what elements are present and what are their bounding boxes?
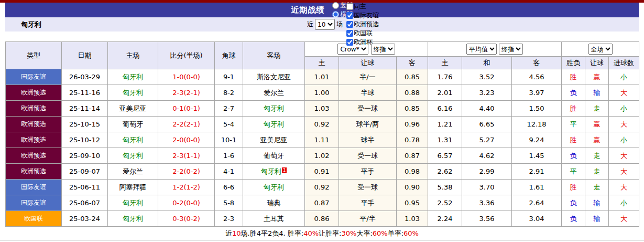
filter-option[interactable]: 同主: [346, 2, 379, 11]
col-header-corner: 角球: [215, 42, 243, 69]
filter-checkbox[interactable]: [346, 12, 353, 19]
away-team: 斯洛文尼亚: [243, 69, 305, 85]
filter-checkbox[interactable]: [346, 21, 353, 28]
away-team: 土耳其: [243, 211, 305, 227]
summary-segment: 10: [232, 229, 241, 237]
odds-handicap: 受一球: [339, 148, 397, 164]
filter-checkbox-label: 国际友谊: [354, 11, 379, 20]
odds-away: 0.98: [397, 164, 428, 180]
score: 2-3(1-1): [158, 148, 215, 164]
sub-header-handicap-result: 让球: [585, 57, 609, 69]
col-header-date: 日期: [62, 42, 108, 69]
avg-draw: 2.99: [462, 164, 512, 180]
summary-segment: 场,胜4平2负4, 胜率:: [241, 229, 304, 238]
odds-home: 0.86: [305, 211, 339, 227]
scope-select[interactable]: 全场: [588, 44, 613, 55]
sub-header-avg-home: 主: [428, 57, 462, 69]
odds-away: 1.03: [397, 211, 428, 227]
result-goals: 小: [609, 195, 639, 211]
result-handicap: 赢: [585, 132, 609, 148]
score: 1-0(0-0): [158, 69, 215, 85]
match-rows: 国际友谊26-03-29匈牙利1-0(0-0)9-1斯洛文尼亚1.01半/一0.…: [6, 69, 639, 227]
avg-home: 2.01: [428, 85, 462, 101]
odds-away: 0.78: [397, 132, 428, 148]
average-odds-group-header: 平均值 终指: [428, 42, 562, 57]
avg-draw: 3.36: [462, 195, 512, 211]
average-source-select[interactable]: 平均值: [466, 44, 497, 55]
filter-bar: 匈牙利 近 10 场 同主国际友谊欧洲预选欧国联欧洲杯: [5, 17, 639, 31]
match-row: 欧洲预选25-11-14亚美尼亚0-1(0-1)2-7匈牙利1.03受一球0.8…: [6, 101, 639, 117]
match-type-badge: 国际友谊: [6, 195, 62, 211]
result-handicap: 走: [585, 148, 609, 164]
score: 1-2(1-2): [158, 180, 215, 195]
match-date: 25-11-16: [62, 85, 108, 101]
odds-handicap: 半/一: [339, 69, 397, 85]
match-row: 欧洲预选25-11-16匈牙利2-3(2-1)8-2爱尔兰1.00半球0.882…: [6, 85, 639, 101]
result-handicap: 走: [585, 180, 609, 195]
avg-away: 4.56: [512, 69, 562, 85]
match-date: 25-06-11: [62, 180, 108, 195]
result-goals: 小: [609, 101, 639, 117]
corner-score: 4-1: [215, 164, 243, 180]
match-type-badge: 欧洲预选: [6, 85, 62, 101]
odds-away: 0.85: [397, 101, 428, 117]
filter-checkbox[interactable]: [346, 30, 353, 37]
filter-option[interactable]: 欧国联: [346, 29, 379, 38]
filter-checkbox-label: 欧国联: [354, 29, 373, 38]
filter-controls: 近 10 场 同主国际友谊欧洲预选欧国联欧洲杯: [265, 2, 379, 47]
home-team: 匈牙利: [108, 132, 158, 148]
result-outcome: 负: [562, 148, 585, 164]
odds-home: 1.00: [305, 85, 339, 101]
result-goals: 大: [609, 117, 639, 132]
summary-segment: 让胜率:: [319, 229, 341, 238]
score: 0-3(0-2): [158, 211, 215, 227]
away-team: 匈牙利: [243, 180, 305, 195]
score: 2-0(0-0): [158, 132, 215, 148]
result-outcome: 胜: [562, 132, 585, 148]
odds-handicap: 受一球: [339, 180, 397, 195]
odds-away: 0.90: [397, 180, 428, 195]
filter-checkbox[interactable]: [346, 3, 353, 10]
summary-line: 近10场,胜4平2负4, 胜率:40% 让胜率:30% 大率:60% 单率:60…: [0, 227, 644, 240]
away-team: 匈牙利1: [243, 164, 305, 180]
result-handicap: 赢: [585, 117, 609, 132]
summary-segment: 大率:: [356, 229, 372, 238]
avg-home: 1.31: [428, 132, 462, 148]
corner-score: 9-1: [215, 69, 243, 85]
summary-segment: 近: [225, 229, 232, 238]
average-stage-select[interactable]: 终指: [499, 44, 523, 55]
summary-segment: 60%: [373, 229, 388, 237]
match-count-select[interactable]: 10: [315, 19, 335, 30]
result-handicap: 赢: [585, 69, 609, 85]
avg-home: 2.62: [428, 164, 462, 180]
match-row: 国际友谊26-03-29匈牙利1-0(0-0)9-1斯洛文尼亚1.01半/一0.…: [6, 69, 639, 85]
match-date: 26-03-29: [62, 69, 108, 85]
match-type-badge: 欧洲预选: [6, 117, 62, 132]
bottom-divider: [0, 240, 644, 241]
filter-checkbox[interactable]: [346, 39, 353, 46]
filter-option[interactable]: 欧洲杯: [346, 38, 379, 47]
odds-handicap: 半球: [339, 85, 397, 101]
result-handicap: 输: [585, 211, 609, 227]
avg-home: 2.52: [428, 195, 462, 211]
result-handicap: 走: [585, 164, 609, 180]
odds-home: 0.92: [305, 117, 339, 132]
result-outcome: 平: [562, 117, 585, 132]
odds-away: 0.88: [397, 85, 428, 101]
summary-segment: 30%: [341, 229, 356, 237]
filter-option[interactable]: 国际友谊: [346, 11, 379, 20]
home-team: 爱尔兰: [108, 164, 158, 180]
corner-score: 6-6: [215, 180, 243, 195]
summary-segment: 40%: [303, 229, 319, 237]
avg-draw: 4.62: [462, 148, 512, 164]
match-row: 欧国联25-03-24匈牙利0-3(0-2)2-3土耳其0.86平/半1.032…: [6, 211, 639, 227]
filter-option[interactable]: 欧洲预选: [346, 20, 379, 29]
odds-away: 0.96: [397, 117, 428, 132]
avg-home: 1.76: [428, 69, 462, 85]
match-type-badge: 欧洲预选: [6, 132, 62, 148]
recent-results-table: 类型 日期 主场 比分(半场) 角球 客场 Crow* 终指 平均值 终指 全场…: [5, 41, 639, 227]
away-team: 瑞典: [243, 195, 305, 211]
summary-segment: 单率:: [388, 229, 403, 238]
corner-score: 8-2: [215, 85, 243, 101]
avg-draw: 3.23: [462, 85, 512, 101]
